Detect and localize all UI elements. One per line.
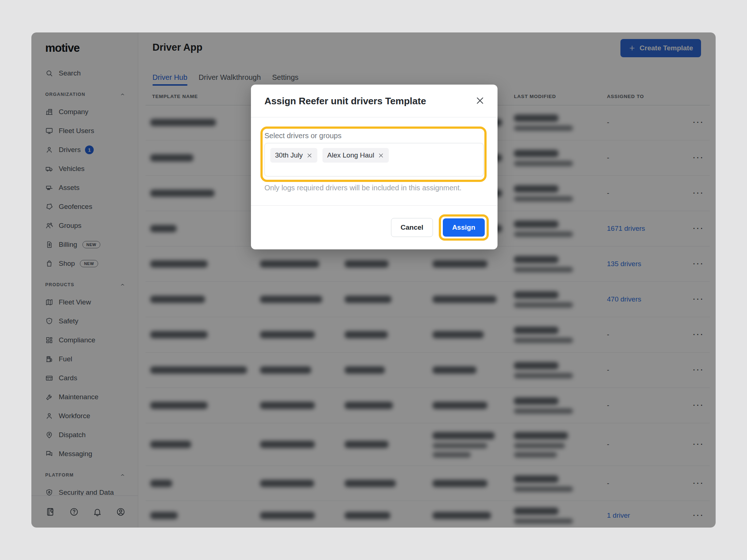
remove-chip-icon[interactable] (378, 152, 384, 159)
chip-30th-july: 30th July (270, 148, 317, 163)
assign-button[interactable]: Assign (443, 218, 485, 237)
annotation-highlight-assign: Assign (439, 214, 489, 241)
modal-footer: Cancel Assign (251, 205, 498, 249)
modal-title: Assign Reefer unit drivers Template (264, 96, 426, 107)
chip-alex-long-haul: Alex Long Haul (322, 148, 389, 163)
cancel-button[interactable]: Cancel (391, 218, 433, 237)
assign-template-modal: Assign Reefer unit drivers Template Sele… (251, 85, 498, 249)
app-window: motive Search ORGANIZATIONCompanyFleet U… (31, 32, 716, 528)
drivers-groups-input[interactable]: 30th July Alex Long Haul (264, 143, 484, 176)
chip-list: 30th July Alex Long Haul (270, 148, 389, 163)
helper-text: Only logs required drivers will be inclu… (264, 184, 461, 192)
close-icon[interactable] (475, 96, 485, 106)
remove-chip-icon[interactable] (306, 152, 313, 159)
modal-header: Assign Reefer unit drivers Template (251, 85, 498, 117)
field-label: Select drivers or groups (264, 132, 341, 140)
